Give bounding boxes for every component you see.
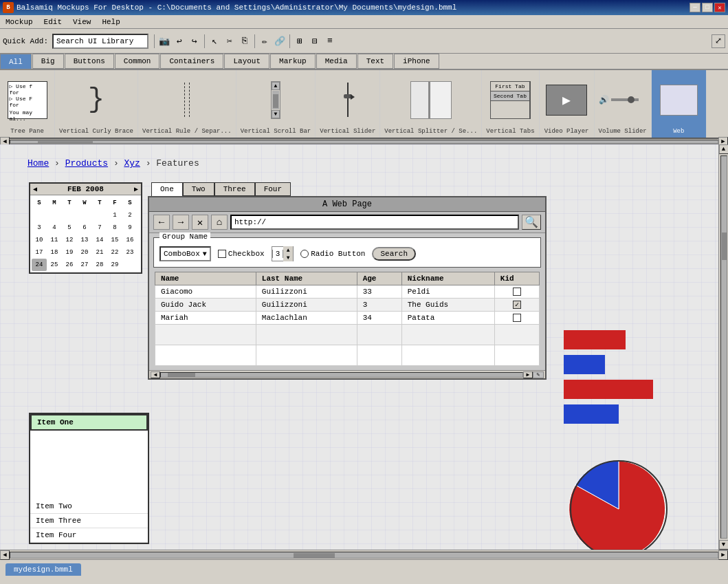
cut-icon[interactable]: ✂ xyxy=(223,34,236,48)
cell-nickname: Peldi xyxy=(401,285,494,299)
maximize-button[interactable]: □ xyxy=(702,3,713,12)
list-item-four[interactable]: Item Four xyxy=(30,528,148,543)
tab-markup[interactable]: Markup xyxy=(270,54,316,69)
table-row[interactable]: Giacomo Guilizzoni 33 Peldi xyxy=(155,285,540,299)
browser-scroll-right[interactable]: ▶ xyxy=(523,371,533,378)
go-button[interactable]: 🔍 xyxy=(522,215,541,230)
breadcrumb-xyz[interactable]: Xyz xyxy=(124,158,140,169)
web-icon xyxy=(660,73,698,127)
comp-volume-slider[interactable]: 🔊 Volume Slider xyxy=(595,70,652,138)
top-scrollbar[interactable]: ◀ ▶ xyxy=(0,139,728,144)
tab-common[interactable]: Common xyxy=(115,54,160,69)
tree-pane-icon: ▷ Use f for ▷ Use F for You may al... xyxy=(8,73,47,127)
bar-row-4 xyxy=(564,404,701,424)
cell-kid: ✓ xyxy=(494,299,539,312)
comp-vert-curly[interactable]: } Vertical Curly Brace xyxy=(55,70,138,138)
close-nav-button[interactable]: ✕ xyxy=(192,215,208,230)
list-item-one[interactable]: Item One xyxy=(30,414,148,431)
list-item-two[interactable]: Item Two xyxy=(30,499,148,514)
group-icon[interactable]: ⊞ xyxy=(293,34,307,48)
browser-scrollbar[interactable]: ◀ ▶ ✎ xyxy=(149,370,545,378)
home-button[interactable]: ⌂ xyxy=(211,215,228,230)
undo-icon[interactable]: ↩ xyxy=(173,34,186,48)
menu-help[interactable]: Help xyxy=(99,17,122,27)
menu-view[interactable]: View xyxy=(70,17,93,27)
ungroup-icon[interactable]: ⊟ xyxy=(308,34,322,48)
url-bar[interactable] xyxy=(230,215,519,230)
cursor-icon[interactable]: ↖ xyxy=(208,34,221,48)
tab-three[interactable]: Three xyxy=(214,182,255,196)
breadcrumb-products[interactable]: Products xyxy=(65,158,108,169)
comp-vert-splitter[interactable]: Vertical Splitter / Se... xyxy=(380,70,482,138)
tab-all[interactable]: All xyxy=(0,54,32,69)
comp-vert-rule[interactable]: Vertical Rule / Separ... xyxy=(138,70,236,138)
h-scroll-left-btn[interactable]: ◀ xyxy=(0,550,10,560)
browser-scroll-track[interactable] xyxy=(160,372,523,378)
tab-iphone[interactable]: iPhone xyxy=(394,54,439,69)
list-item-three[interactable]: Item Three xyxy=(30,514,148,528)
h-scroll-thumb[interactable] xyxy=(294,553,335,559)
comp-vert-slider[interactable]: Vertical Slider xyxy=(316,70,380,138)
comp-vert-tabs[interactable]: First Tab Second Tab Vertical Tabs xyxy=(482,70,539,138)
minimize-button[interactable]: ─ xyxy=(690,3,701,12)
camera-icon[interactable]: 📷 xyxy=(157,34,171,48)
tab-four[interactable]: Four xyxy=(255,182,291,196)
tab-text[interactable]: Text xyxy=(357,54,393,69)
back-button[interactable]: ← xyxy=(153,215,170,230)
fullscreen-button[interactable]: ⤢ xyxy=(712,34,725,48)
list-box: Item One Item Two Item Three Item Four xyxy=(29,413,149,544)
radio-input[interactable] xyxy=(300,250,309,258)
tab-media[interactable]: Media xyxy=(316,54,357,69)
tab-two[interactable]: Two xyxy=(183,182,214,196)
stepper-up-btn[interactable]: ▲ xyxy=(283,246,293,254)
forward-button[interactable]: → xyxy=(173,215,189,230)
align-icon[interactable]: ≡ xyxy=(323,34,337,48)
table-row[interactable]: Mariah Maclachlan 34 Patata xyxy=(155,312,540,325)
search-button[interactable]: Search xyxy=(372,247,416,261)
vertical-scrollbar[interactable]: ▲ ▼ xyxy=(718,144,728,550)
redo-icon[interactable]: ↪ xyxy=(188,34,201,48)
h-scroll-track[interactable] xyxy=(10,552,718,559)
tab-one[interactable]: One xyxy=(151,182,183,196)
close-button[interactable]: ✕ xyxy=(714,3,725,12)
main-canvas: Home › Products › Xyz › Features ◀ FEB 2… xyxy=(0,144,728,550)
breadcrumb-home[interactable]: Home xyxy=(27,158,49,169)
quick-add-label: Quick Add: xyxy=(3,37,48,45)
toolbar-icons: 📷 ↩ ↪ ↖ ✂ ⎘ ✏ 🔗 ⊞ ⊟ ≡ xyxy=(153,34,337,48)
tab-buttons[interactable]: Buttons xyxy=(65,54,114,69)
search-input[interactable] xyxy=(52,34,148,49)
comp-web[interactable]: Web xyxy=(652,70,707,138)
menu-edit[interactable]: Edit xyxy=(41,17,65,27)
data-table: Name Last Name Age Nickname Kid Giacomo … xyxy=(155,272,540,366)
copy-icon[interactable]: ⎘ xyxy=(238,34,252,48)
pencil-icon[interactable]: ✏ xyxy=(258,34,272,48)
cal-prev-btn[interactable]: ◀ xyxy=(33,185,37,193)
table-row[interactable]: Guido Jack Guilizzoni 3 The Guids ✓ xyxy=(155,299,540,312)
comp-video-player[interactable]: ▶ Video Player xyxy=(540,70,595,138)
cell-age: 3 xyxy=(357,299,401,312)
menu-mockup[interactable]: Mockup xyxy=(3,17,36,27)
checkbox-input[interactable] xyxy=(218,250,226,258)
comp-tree-pane[interactable]: ▷ Use f for ▷ Use F for You may al... Tr… xyxy=(0,70,55,138)
v-scroll-down-btn[interactable]: ▼ xyxy=(719,540,729,550)
v-scroll-up-btn[interactable]: ▲ xyxy=(719,144,729,154)
link-icon[interactable]: 🔗 xyxy=(273,34,287,48)
tab-layout[interactable]: Layout xyxy=(224,54,269,69)
v-scroll-thumb[interactable] xyxy=(722,232,727,260)
separator-1 xyxy=(154,34,155,48)
browser-title: A Web Page xyxy=(149,197,545,212)
group-controls: ComboBox ▼ Checkbox 3 ▲ ▼ Radio Button xyxy=(159,246,535,261)
bottom-scrollbar[interactable]: ◀ ▶ xyxy=(0,550,728,559)
combo-box[interactable]: ComboBox ▼ xyxy=(159,246,211,261)
h-scroll-right-btn[interactable]: ▶ xyxy=(718,550,728,560)
file-tab[interactable]: mydesign.bmml xyxy=(5,563,81,576)
cal-next-btn[interactable]: ▶ xyxy=(134,185,138,193)
comp-vert-scroll[interactable]: ▲ ▼ Vertical Scroll Bar xyxy=(236,70,316,138)
separator-2 xyxy=(204,34,205,48)
tab-containers[interactable]: Containers xyxy=(160,54,223,69)
combo-arrow-icon: ▼ xyxy=(203,250,207,258)
browser-scroll-left[interactable]: ◀ xyxy=(151,371,160,378)
tab-big[interactable]: Big xyxy=(32,54,64,69)
v-scroll-track[interactable] xyxy=(720,155,727,539)
stepper-down-btn[interactable]: ▼ xyxy=(283,254,293,261)
